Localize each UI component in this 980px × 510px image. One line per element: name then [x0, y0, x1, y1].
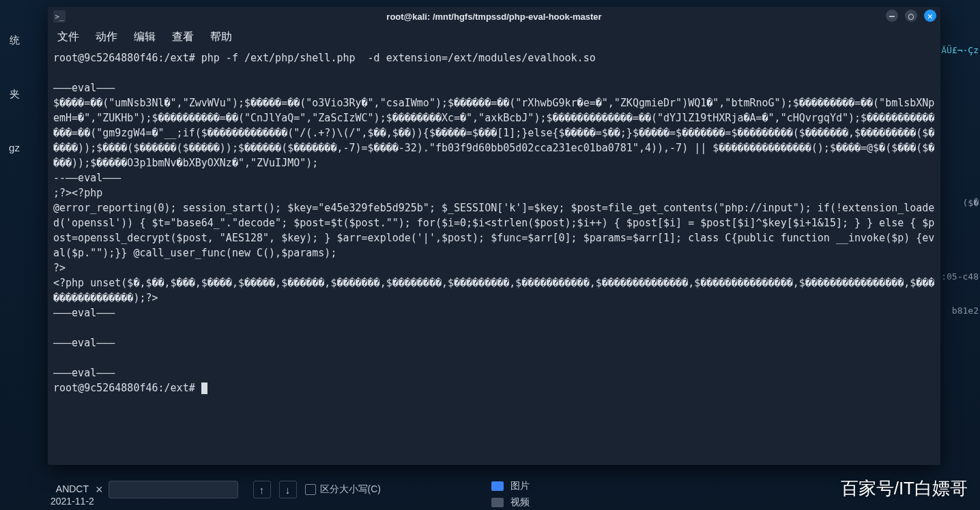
- right-text-3: :05-c48: [941, 271, 979, 282]
- right-text-4: b81e2: [952, 305, 979, 316]
- checkbox-icon[interactable]: [305, 484, 316, 495]
- search-close-icon[interactable]: ×: [96, 483, 103, 497]
- left-desktop-icons: 统 夹 gz: [0, 0, 29, 510]
- term-eval-sep-1: ———eval———: [53, 82, 115, 94]
- bottom-left-line2: 2021-11-2: [51, 495, 94, 507]
- term-eval-sep-5: ———eval———: [53, 367, 115, 379]
- search-down-button[interactable]: ↓: [279, 481, 297, 498]
- term-line-cmd: root@9c5264880f46:/ext# php -f /ext/php/…: [53, 52, 596, 64]
- maximize-button[interactable]: ◯: [905, 10, 917, 22]
- watermark: 百家号/IT白嫖哥: [841, 477, 968, 500]
- left-icon-1[interactable]: 统: [10, 34, 20, 47]
- file-label-video: 视频: [510, 496, 530, 509]
- left-icon-2[interactable]: 夹: [10, 88, 20, 101]
- window-controls: – ◯ ✕: [886, 10, 936, 22]
- file-label-images: 图片: [510, 480, 530, 492]
- folder-icon: [491, 498, 504, 507]
- titlebar[interactable]: >_ root@kali: /mnt/hgfs/tmpssd/php-eval-…: [48, 7, 940, 26]
- right-strip: ·ÄÜ£¬·Çz ($� :05-c48 b81e2: [939, 0, 980, 510]
- menu-view[interactable]: 查看: [172, 30, 194, 44]
- folder-icon: [491, 481, 504, 491]
- term-eval-sep-3: ———eval———: [53, 307, 115, 319]
- file-row-images[interactable]: 图片: [491, 480, 530, 492]
- search-input[interactable]: [109, 481, 238, 498]
- menu-file[interactable]: 文件: [57, 30, 79, 44]
- menubar: 文件 动作 编辑 查看 帮助: [48, 26, 940, 48]
- search-up-button[interactable]: ↑: [253, 481, 271, 498]
- bottom-left-label: ANDCT 2021-11-2: [51, 483, 94, 507]
- left-icon-3[interactable]: gz: [9, 142, 20, 153]
- right-text-1: ·ÄÜ£¬·Çz: [936, 45, 979, 55]
- case-sensitive-check[interactable]: 区分大小写(C): [305, 483, 381, 496]
- terminal-app-icon: >_: [53, 10, 66, 22]
- term-unset-block: <?php unset($�,$��,$���,$����,$�����,$��…: [53, 277, 934, 304]
- search-tab: ×: [89, 478, 245, 501]
- term-obf-block-1: $����=��("umNsb3Nl�","ZwvWVu");$�����=��…: [53, 97, 934, 169]
- menu-edit[interactable]: 编辑: [134, 30, 156, 44]
- term-php-block: @error_reporting(0); session_start(); $k…: [53, 202, 934, 274]
- case-label: 区分大小写(C): [320, 483, 381, 496]
- term-prompt-2: root@9c5264880f46:/ext#: [53, 382, 201, 394]
- background-file-list: 图片 视频: [491, 480, 530, 509]
- bottom-left-line1: ANDCT: [51, 483, 94, 495]
- menu-help[interactable]: 帮助: [210, 30, 232, 44]
- file-row-video[interactable]: 视频: [491, 496, 530, 509]
- menu-action[interactable]: 动作: [96, 30, 117, 44]
- term-eval-sep-2: --——eval———: [53, 172, 121, 184]
- cursor-icon: [201, 382, 207, 394]
- right-text-2: ($�: [963, 198, 979, 208]
- terminal-body[interactable]: root@9c5264880f46:/ext# php -f /ext/php/…: [48, 48, 940, 465]
- term-php-open: ;?><?php: [53, 187, 102, 199]
- minimize-button[interactable]: –: [886, 10, 898, 22]
- terminal-window: >_ root@kali: /mnt/hgfs/tmpssd/php-eval-…: [48, 7, 940, 465]
- close-button[interactable]: ✕: [924, 10, 936, 22]
- window-title: root@kali: /mnt/hgfs/tmpssd/php-eval-hoo…: [48, 12, 940, 22]
- term-eval-sep-4: ———eval———: [53, 337, 115, 349]
